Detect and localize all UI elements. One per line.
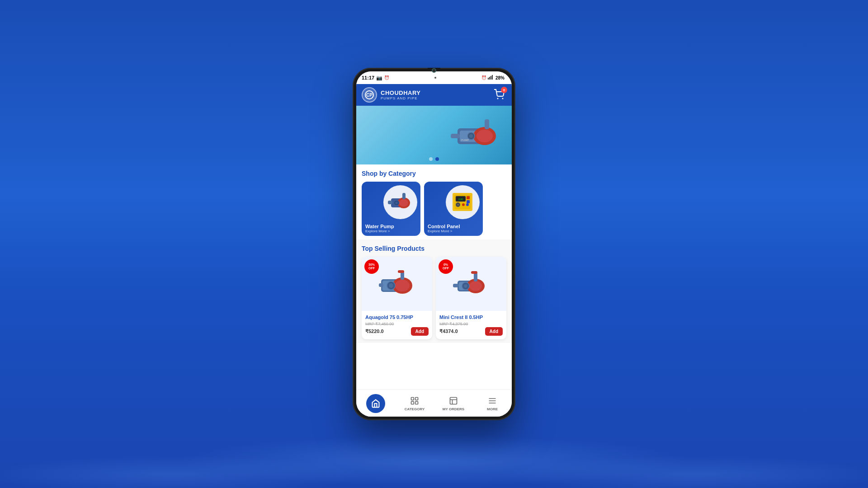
svg-rect-53 — [415, 397, 418, 400]
product-mrp-1: MRP ₹4,375.00 — [439, 322, 503, 326]
control-panel-svg: 0.00 — [449, 188, 476, 216]
product-price-0: ₹5220.0 — [365, 328, 384, 334]
svg-point-46 — [469, 281, 482, 291]
product-image-1: 0%OFF — [436, 257, 506, 311]
cart-button[interactable]: 0 — [492, 88, 506, 102]
product-info-1: Mini Crest II 0.5HP MRP ₹4,375.00 ₹4374.… — [436, 311, 506, 339]
banner: PUMP — [356, 106, 512, 164]
product-info-0: Aquagold 75 0.75HP MRP ₹7,450.00 ₹5220.0… — [362, 311, 432, 339]
grid-icon — [409, 396, 420, 406]
cart-badge: 0 — [501, 87, 507, 93]
brand-name: CHOUDHARY — [381, 89, 421, 96]
category-card-control-panel[interactable]: 0.00 — [424, 182, 483, 236]
status-battery-text: 28% — [495, 75, 505, 80]
product-card-1[interactable]: 0%OFF — [436, 257, 506, 339]
nav-category[interactable]: CATEGORY — [395, 396, 434, 411]
phone-frame: 11:17 📷 ⏰ ⏰ 28% — [353, 68, 515, 420]
svg-rect-38 — [379, 283, 383, 287]
header-logo: CP CHOUDHARY PUMPS AND PIPE — [362, 87, 421, 103]
shop-by-category-title: Shop by Category — [362, 170, 506, 177]
control-panel-name: Control Panel — [428, 224, 460, 229]
nav-more-label: MORE — [487, 407, 498, 411]
product-mrp-0: MRP ₹7,450.00 — [365, 322, 429, 326]
menu-icon — [487, 396, 498, 406]
svg-point-32 — [462, 203, 465, 206]
status-bar: 11:17 📷 ⏰ ⏰ 28% — [356, 71, 512, 84]
svg-rect-12 — [451, 134, 460, 138]
water-pump-image — [380, 182, 420, 222]
status-signal-icon — [488, 75, 494, 80]
control-panel-explore: Explore More > — [428, 229, 460, 233]
svg-point-37 — [395, 280, 410, 291]
svg-rect-55 — [415, 401, 418, 404]
water-pump-explore: Explore More > — [365, 229, 394, 233]
nav-home[interactable] — [356, 394, 395, 413]
water-pump-circle — [383, 185, 417, 219]
scroll-content[interactable]: PUMP Shop by Category — [356, 106, 512, 389]
add-button-0[interactable]: Add — [411, 327, 429, 336]
product-pump-svg-0 — [379, 268, 415, 300]
control-panel-circle: 0.00 — [446, 185, 480, 219]
product-name-0: Aquagold 75 0.75HP — [365, 314, 429, 320]
status-camera-icon: 📷 — [376, 75, 382, 81]
svg-text:CP: CP — [366, 93, 373, 98]
water-pump-label: Water Pump Explore More > — [365, 224, 394, 233]
product-price-1: ₹4374.0 — [439, 328, 458, 334]
svg-rect-21 — [402, 193, 406, 199]
svg-rect-20 — [388, 201, 392, 204]
svg-rect-54 — [411, 401, 414, 404]
water-pump-svg — [387, 188, 414, 216]
nav-category-label: CATEGORY — [405, 407, 425, 411]
orders-icon — [448, 396, 459, 406]
bottom-nav: CATEGORY MY ORDERS — [356, 389, 512, 417]
status-alarm2: ⏰ — [481, 75, 486, 80]
banner-image-area: PUMP — [403, 106, 512, 164]
home-icon — [371, 399, 380, 408]
svg-rect-47 — [453, 284, 458, 287]
svg-point-33 — [466, 203, 469, 206]
nav-orders-label: MY ORDERS — [443, 407, 464, 411]
svg-rect-13 — [485, 119, 489, 129]
discount-badge-1: 0%OFF — [439, 259, 453, 274]
status-alarm-icon: ⏰ — [384, 75, 389, 80]
status-center-dot — [434, 77, 436, 79]
svg-text:0.00: 0.00 — [458, 198, 463, 201]
nav-more[interactable]: MORE — [473, 396, 512, 411]
svg-rect-52 — [411, 397, 414, 400]
app-header: CP CHOUDHARY PUMPS AND PIPE 0 — [356, 84, 512, 106]
svg-rect-2 — [491, 76, 491, 80]
phone-screen: 11:17 📷 ⏰ ⏰ 28% — [356, 71, 512, 417]
water-pump-name: Water Pump — [365, 224, 394, 229]
svg-point-7 — [502, 98, 504, 99]
svg-point-11 — [476, 130, 493, 142]
svg-rect-40 — [398, 270, 404, 273]
add-button-1[interactable]: Add — [485, 327, 503, 336]
product-image-0: 30%OFF — [362, 257, 432, 311]
logo-circle: CP — [362, 87, 377, 103]
product-price-row-1: ₹4374.0 Add — [439, 327, 503, 336]
product-name-1: Mini Crest II 0.5HP — [439, 314, 503, 320]
top-selling-title: Top Selling Products — [362, 245, 506, 252]
top-selling-section: Top Selling Products 30%OFF — [356, 239, 512, 343]
control-panel-label: Control Panel Explore More > — [428, 224, 460, 233]
header-brand-text: CHOUDHARY PUMPS AND PIPE — [381, 89, 421, 100]
svg-rect-49 — [471, 271, 477, 274]
home-icon-bg — [366, 394, 385, 413]
product-card-0[interactable]: 30%OFF — [362, 257, 432, 339]
svg-point-6 — [497, 98, 499, 99]
banner-pump-svg: PUMP — [448, 115, 507, 155]
svg-rect-3 — [492, 75, 493, 80]
product-pump-svg-1 — [453, 268, 489, 300]
svg-rect-28 — [467, 196, 470, 199]
category-grid: Water Pump Explore More > — [362, 182, 506, 236]
svg-point-31 — [457, 204, 459, 206]
phone-camera — [432, 68, 436, 73]
control-panel-image: 0.00 — [442, 182, 483, 222]
svg-point-42 — [389, 283, 393, 288]
shop-by-category-section: Shop by Category — [356, 164, 512, 239]
product-price-row-0: ₹5220.0 Add — [365, 327, 429, 336]
svg-rect-29 — [467, 200, 470, 203]
nav-my-orders[interactable]: MY ORDERS — [434, 396, 473, 411]
svg-rect-56 — [450, 397, 457, 404]
category-card-water-pump[interactable]: Water Pump Explore More > — [362, 182, 420, 236]
